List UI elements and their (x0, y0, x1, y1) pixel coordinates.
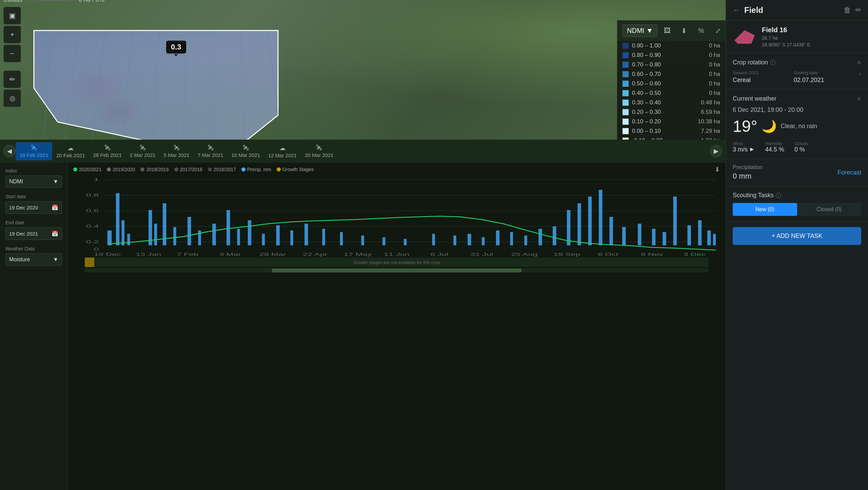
timeline-item[interactable]: ☁ 12 Mar 2021 (264, 142, 301, 160)
legend-2019: 2019/2020 (107, 167, 135, 172)
app: 0.3 ▣ + − ✏ ◎ (0, 0, 868, 490)
svg-rect-52 (553, 226, 556, 245)
legend-ha-value: 7.29 ha (693, 128, 720, 135)
download-chart-btn[interactable]: ⬇ (714, 165, 720, 173)
legend-row: 0.60 – 0.70 0 ha (617, 69, 726, 79)
legend-row: 0.70 – 0.80 0 ha (617, 60, 726, 69)
end-date-label: End date (5, 220, 62, 225)
svg-rect-56 (599, 190, 602, 245)
svg-rect-31 (212, 224, 216, 245)
legend-ha-value: 0 ha (693, 80, 720, 87)
timeline-item[interactable]: 🛰 5 Mar 2021 (160, 142, 194, 160)
download-button[interactable]: ⬇ (677, 25, 691, 37)
weather-data-select[interactable]: Moisture ▼ (5, 253, 62, 266)
map-section: 0.3 ▣ + − ✏ ◎ (0, 0, 726, 163)
target-button[interactable]: ◎ (3, 89, 21, 107)
timeline-date: 18 Feb 2021 (20, 152, 48, 158)
growth-stages-text: Growth stages are not available for this… (354, 260, 440, 265)
start-date-input[interactable]: 19 Dec 2020 📅 (5, 201, 62, 214)
plus-icon: + (10, 31, 14, 39)
timeline-icon: 🛰 (174, 144, 180, 151)
legend-growth: Growth Stages (277, 167, 314, 172)
timeline-item[interactable]: ☁ 20 Feb 2021 (52, 142, 89, 160)
right-panel: ← Field 🗑 ✏ Field 16 26.7 ha 28.9090° S … (726, 0, 868, 490)
field-thumbnail (733, 28, 756, 45)
minus-icon: − (10, 50, 14, 58)
clouds-info[interactable]: i (26, 0, 31, 3)
field-info-section: Field 16 26.7 ha 28.9090° S 27.0438° E (726, 21, 868, 53)
trash-button[interactable]: 🗑 (844, 6, 851, 15)
add-task-button[interactable]: + ADD NEW TASK (733, 227, 861, 245)
photo-button[interactable]: 🖼 (660, 25, 674, 37)
svg-text:31 Jul: 31 Jul (470, 252, 493, 257)
maximize-button[interactable]: ⤢ (711, 25, 725, 37)
scouting-info[interactable]: i (776, 193, 781, 198)
calendar-icon-2: 📅 (52, 230, 58, 237)
legend-range-label: 0.00 – 0.10 (632, 128, 693, 135)
timeline-prev[interactable]: ◀ (3, 145, 16, 157)
svg-text:22 Apr: 22 Apr (303, 252, 328, 257)
crop-chevron[interactable]: › (859, 70, 861, 77)
weather-date: 6 Dec 2021, 19:00 - 20:00 (733, 106, 861, 114)
ndmi-dropdown[interactable]: NDMI ▼ (623, 24, 657, 37)
zoom-in-button[interactable]: + (3, 26, 21, 43)
legend-range-label: 0.40 – 0.50 (632, 90, 693, 97)
legend-range-label: 0.10 – 0.20 (632, 118, 693, 125)
svg-rect-60 (652, 229, 655, 245)
field-name: Field 16 (762, 26, 810, 34)
growth-stage-indicator (85, 258, 94, 267)
timeline-icon: 🛰 (140, 144, 146, 151)
crop-info[interactable]: i (770, 60, 775, 65)
weather-data-label: Weather Data (5, 246, 62, 251)
timeline-item[interactable]: 🛰 2 Mar 2021 (126, 142, 160, 160)
ruler-button[interactable]: ✏ (3, 70, 21, 88)
download-icon: ⬇ (714, 166, 720, 173)
closed-tasks-tab[interactable]: Closed (0) (797, 203, 862, 216)
svg-rect-29 (188, 217, 191, 245)
svg-rect-34 (248, 220, 251, 245)
scouting-tabs: New (0) Closed (0) (733, 203, 861, 216)
end-date-input[interactable]: 19 Dec 2021 📅 (5, 227, 62, 240)
compare-button[interactable]: % (694, 25, 708, 37)
svg-rect-62 (673, 197, 677, 245)
wind-direction-icon: ◄ (749, 146, 755, 153)
timeline-item[interactable]: 🛰 7 Mar 2021 (194, 142, 228, 160)
weather-expand-icon[interactable]: ∧ (857, 95, 861, 102)
zoom-out-button[interactable]: − (3, 45, 21, 62)
chevron-down-icon-3: ▼ (53, 257, 58, 263)
legend-row: 0.30 – 0.40 0.48 ha (617, 98, 726, 107)
new-tasks-tab[interactable]: New (0) (733, 203, 797, 216)
clouds-label: Clouds (3, 0, 22, 3)
legend-row: 0.10 – 0.20 10.38 ha (617, 117, 726, 126)
timeline-item[interactable]: 🛰 28 Feb 2021 (89, 142, 126, 160)
timeline-item[interactable]: 🛰 10 Mar 2021 (228, 142, 264, 160)
legend-color-swatch (623, 100, 629, 106)
humidity-value: 44.5 % (765, 146, 784, 153)
clouds-slider[interactable] (35, 0, 75, 1)
scouting-title: Scouting Tasks i (733, 192, 861, 199)
edit-button[interactable]: ✏ (855, 6, 861, 15)
timeline-next[interactable]: ▶ (710, 145, 722, 157)
weather-main: 19° 🌙 Clear, no rain (733, 117, 861, 136)
legend-range-label: 0.20 – 0.30 (632, 109, 693, 116)
timeline-item[interactable]: 🛰 20 Mar 2021 (301, 142, 337, 160)
index-select[interactable]: NDMI ▼ (5, 176, 62, 188)
svg-text:3 Mar: 3 Mar (219, 252, 241, 257)
layers-button[interactable]: ▣ (3, 7, 21, 24)
forecast-link[interactable]: Forecast (837, 169, 861, 176)
svg-text:11 Jun: 11 Jun (384, 252, 409, 257)
svg-rect-59 (638, 224, 641, 245)
svg-rect-64 (698, 220, 702, 245)
svg-text:0.8: 0.8 (86, 192, 99, 198)
legend-2020: 2020/2021 (73, 167, 101, 172)
legend-range-label: 0.70 – 0.80 (632, 61, 693, 68)
crop-rotation-section: Crop rotation i ∧ Season 2021 Cereal Sow… (726, 53, 868, 89)
field-overlay (24, 20, 288, 152)
legend-range-label: 0.90 – 1.00 (632, 42, 693, 49)
scrollbar-thumb[interactable] (272, 268, 521, 272)
back-button[interactable]: ← (733, 6, 740, 15)
svg-text:25 Aug: 25 Aug (511, 252, 537, 257)
timeline-item[interactable]: 🛰 18 Feb 2021 (16, 142, 52, 160)
chart-scrollbar[interactable] (85, 268, 709, 272)
expand-icon[interactable]: ∧ (857, 59, 861, 66)
